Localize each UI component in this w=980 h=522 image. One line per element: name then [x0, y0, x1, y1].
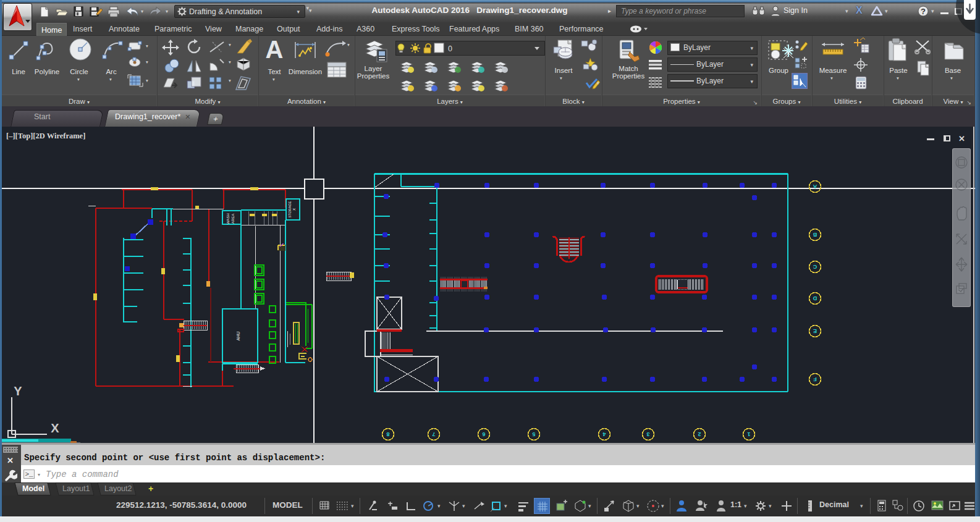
svg-text:WASH: WASH	[226, 213, 230, 224]
svg-text:7: 7	[432, 431, 435, 437]
svg-text:D: D	[813, 295, 817, 301]
svg-text:0: 0	[448, 44, 452, 53]
svg-text:F: F	[813, 376, 817, 382]
svg-text:Y: Y	[14, 384, 22, 398]
svg-text:C: C	[813, 264, 817, 270]
svg-text:4: 4	[602, 431, 606, 437]
svg-text:2: 2	[698, 431, 701, 437]
svg-text:X: X	[51, 421, 59, 435]
svg-text:5: 5	[532, 431, 535, 437]
svg-text:?: ?	[921, 7, 926, 16]
svg-text:B: B	[813, 232, 817, 238]
svg-text:A: A	[813, 183, 817, 190]
svg-text:AREA: AREA	[231, 214, 235, 224]
svg-text:E: E	[813, 328, 817, 334]
svg-text:1: 1	[747, 431, 750, 437]
svg-text:8: 8	[386, 431, 389, 437]
svg-text:3: 3	[646, 431, 649, 437]
svg-text:AHU: AHU	[236, 332, 240, 341]
svg-text:A: A	[266, 37, 284, 63]
svg-text:STORAGE: STORAGE	[288, 201, 292, 217]
svg-text:X: X	[292, 208, 296, 211]
svg-text:6: 6	[482, 431, 485, 437]
